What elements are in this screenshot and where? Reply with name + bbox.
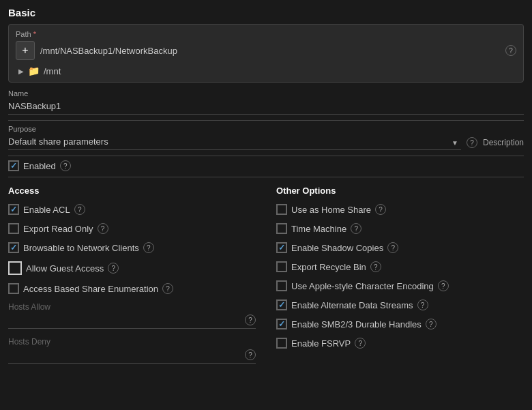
- browsable-label: Browsable to Network Clients: [23, 243, 139, 253]
- purpose-select-wrapper: Default share parameters Multi-user time…: [8, 135, 461, 150]
- export-read-only-row: Export Read Only ?: [8, 223, 256, 234]
- home-share-help-icon[interactable]: ?: [375, 204, 386, 215]
- alt-data-streams-row: Enable Alternate Data Streams ?: [276, 299, 524, 310]
- path-label: Path *: [16, 30, 516, 38]
- purpose-row: Default share parameters Multi-user time…: [8, 135, 524, 150]
- smb-durable-checkbox[interactable]: [276, 319, 287, 330]
- browsable-help-icon[interactable]: ?: [143, 242, 154, 253]
- alt-data-streams-label: Enable Alternate Data Streams: [291, 300, 413, 310]
- purpose-help-icon[interactable]: ?: [467, 137, 477, 148]
- enable-acl-checkbox[interactable]: [8, 204, 19, 215]
- apple-encoding-checkbox[interactable]: [276, 280, 287, 291]
- access-title: Access: [8, 186, 256, 196]
- purpose-field-row: Purpose Default share parameters Multi-u…: [8, 125, 524, 150]
- description-link[interactable]: Description: [483, 138, 524, 147]
- recycle-bin-label: Export Recycle Bin: [291, 262, 366, 272]
- hosts-allow-input-row: ?: [8, 314, 256, 329]
- path-help-icon[interactable]: ?: [505, 45, 516, 56]
- browsable-checkbox[interactable]: [8, 242, 19, 253]
- other-options-column: Other Options Use as Home Share ? Time M…: [269, 186, 524, 372]
- enable-acl-row: Enable ACL ?: [8, 204, 256, 215]
- chevron-right-icon: ▶: [18, 68, 24, 75]
- shadow-copies-row: Enable Shadow Copies ?: [276, 242, 524, 253]
- smb-durable-help-icon[interactable]: ?: [426, 319, 437, 330]
- hosts-deny-input[interactable]: [8, 350, 239, 360]
- shadow-copies-checkbox[interactable]: [276, 242, 287, 253]
- fsrvp-help-icon[interactable]: ?: [355, 338, 366, 349]
- hosts-deny-label: Hosts Deny: [8, 337, 256, 347]
- apple-encoding-help-icon[interactable]: ?: [438, 280, 449, 291]
- apple-encoding-label: Use Apple-style Character Encoding: [291, 281, 434, 291]
- folder-icon: 📁: [28, 65, 40, 76]
- enabled-row: Enabled ?: [8, 160, 524, 177]
- browsable-row: Browsable to Network Clients ?: [8, 242, 256, 253]
- alt-data-streams-help-icon[interactable]: ?: [417, 299, 428, 310]
- time-machine-help-icon[interactable]: ?: [351, 223, 361, 234]
- name-input[interactable]: [8, 100, 524, 115]
- path-label-text: Path: [16, 30, 31, 38]
- fsrvp-row: Enable FSRVP ?: [276, 338, 524, 349]
- enable-acl-help-icon[interactable]: ?: [74, 204, 85, 215]
- hosts-allow-label: Hosts Allow: [8, 302, 256, 312]
- fsrvp-checkbox[interactable]: [276, 338, 287, 349]
- path-add-button[interactable]: +: [16, 41, 35, 60]
- time-machine-row: Time Machine ?: [276, 223, 524, 234]
- hosts-allow-help-icon[interactable]: ?: [245, 314, 256, 325]
- name-label: Name: [8, 89, 524, 98]
- hosts-allow-row: Hosts Allow ?: [8, 302, 256, 329]
- home-share-checkbox[interactable]: [276, 204, 287, 215]
- recycle-bin-row: Export Recycle Bin ?: [276, 261, 524, 272]
- name-field-row: Name: [8, 89, 524, 115]
- smb-durable-row: Enable SMB2/3 Durable Handles ?: [276, 319, 524, 330]
- enabled-help-icon[interactable]: ?: [60, 160, 71, 171]
- hosts-deny-help-icon[interactable]: ?: [245, 349, 256, 360]
- allow-guest-access-checkbox[interactable]: [8, 261, 22, 275]
- required-marker: *: [31, 30, 36, 38]
- path-input[interactable]: [40, 46, 500, 56]
- path-tree: ▶ 📁 /mnt: [16, 65, 516, 76]
- allow-guest-access-help-icon[interactable]: ?: [108, 263, 119, 274]
- access-based-enum-label: Access Based Share Enumeration: [23, 284, 158, 294]
- path-header: + ?: [16, 41, 516, 60]
- allow-guest-access-label: Allow Guest Access: [26, 263, 104, 274]
- time-machine-label: Time Machine: [291, 224, 346, 234]
- fsrvp-label: Enable FSRVP: [291, 338, 351, 349]
- purpose-label: Purpose: [8, 125, 524, 133]
- export-read-only-checkbox[interactable]: [8, 223, 19, 234]
- two-col-layout: Access Enable ACL ? Export Read Only ? B…: [8, 186, 524, 372]
- other-options-title: Other Options: [276, 186, 524, 196]
- recycle-bin-help-icon[interactable]: ?: [370, 261, 381, 272]
- hosts-deny-row: Hosts Deny ?: [8, 337, 256, 364]
- export-read-only-label: Export Read Only: [23, 224, 93, 234]
- alt-data-streams-checkbox[interactable]: [276, 299, 287, 310]
- access-based-enum-row: Access Based Share Enumeration ?: [8, 283, 256, 294]
- recycle-bin-checkbox[interactable]: [276, 261, 287, 272]
- path-tree-label: /mnt: [44, 66, 61, 76]
- allow-guest-access-row: Allow Guest Access ?: [8, 261, 256, 275]
- time-machine-checkbox[interactable]: [276, 223, 287, 234]
- smb-durable-label: Enable SMB2/3 Durable Handles: [291, 319, 422, 330]
- shadow-copies-label: Enable Shadow Copies: [291, 243, 383, 253]
- hosts-deny-input-row: ?: [8, 349, 256, 364]
- export-read-only-help-icon[interactable]: ?: [98, 223, 108, 234]
- access-column: Access Enable ACL ? Export Read Only ? B…: [8, 186, 269, 372]
- enable-acl-label: Enable ACL: [23, 205, 70, 215]
- shadow-copies-help-icon[interactable]: ?: [387, 242, 398, 253]
- home-share-label: Use as Home Share: [291, 205, 371, 215]
- section-title: Basic: [0, 0, 532, 24]
- access-based-enum-checkbox[interactable]: [8, 283, 19, 294]
- hosts-allow-input[interactable]: [8, 315, 239, 325]
- enabled-checkbox[interactable]: [8, 160, 19, 171]
- access-based-enum-help-icon[interactable]: ?: [162, 283, 173, 294]
- path-box: Path * + ? ▶ 📁 /mnt: [8, 24, 524, 83]
- purpose-select[interactable]: Default share parameters Multi-user time…: [8, 135, 461, 150]
- home-share-row: Use as Home Share ?: [276, 204, 524, 215]
- enabled-label: Enabled: [23, 161, 56, 171]
- apple-encoding-row: Use Apple-style Character Encoding ?: [276, 280, 524, 291]
